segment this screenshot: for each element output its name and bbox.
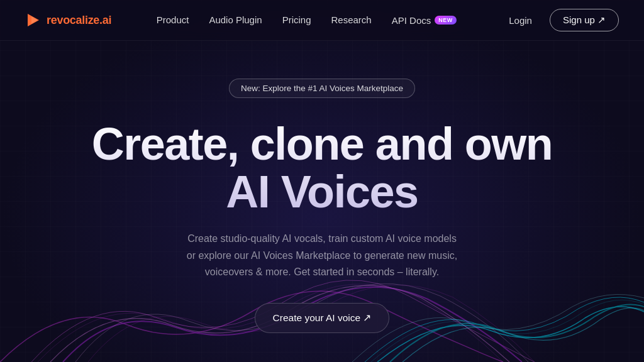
logo-text: revocalize.ai [47,14,111,27]
signup-button[interactable]: Sign up ↗ [550,9,619,31]
nav-item-research[interactable]: Research [331,14,372,26]
nav-link-audio-plugin[interactable]: Audio Plugin [209,14,262,25]
navbar: revocalize.ai Product Audio Plugin Prici… [0,0,644,41]
nav-link-api-docs[interactable]: API Docs [392,15,431,26]
hero-announcement-badge[interactable]: New: Explore the #1 AI Voices Marketplac… [229,79,415,98]
nav-item-pricing[interactable]: Pricing [282,14,311,26]
nav-actions: Login Sign up ↗ [501,9,619,31]
new-badge: NEW [435,16,457,25]
svg-marker-1 [31,16,38,24]
cta-button[interactable]: Create your AI voice ↗ [255,303,390,333]
nav-item-api-docs[interactable]: API Docs NEW [392,15,457,26]
nav-link-pricing[interactable]: Pricing [282,14,311,25]
cta-label: Create your AI voice ↗ [273,312,372,324]
nav-links: Product Audio Plugin Pricing Research AP… [157,14,457,26]
login-button[interactable]: Login [501,11,540,30]
nav-item-product[interactable]: Product [157,14,189,26]
hero-badge-text: New: Explore the #1 AI Voices Marketplac… [241,84,403,93]
hero-title: Create, clone and own AI Voices [83,121,561,216]
hero-subtitle: Create studio-quality AI vocals, train c… [184,231,460,280]
nav-link-research[interactable]: Research [331,14,372,25]
hero-section: New: Explore the #1 AI Voices Marketplac… [0,41,644,333]
logo[interactable]: revocalize.ai [25,11,111,29]
nav-item-audio-plugin[interactable]: Audio Plugin [209,14,262,26]
logo-icon [25,11,43,29]
signup-label: Sign up ↗ [563,14,606,26]
nav-link-product[interactable]: Product [157,14,189,25]
